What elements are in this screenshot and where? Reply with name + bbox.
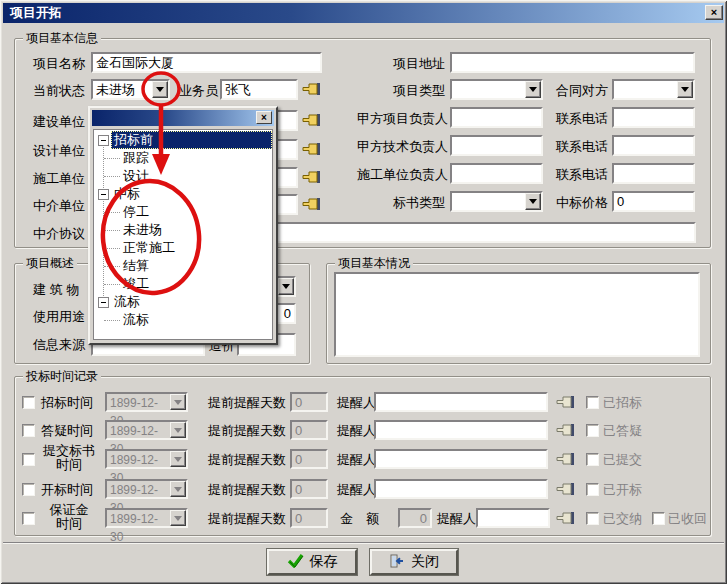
usage-label: 使用用途 <box>33 309 85 325</box>
hand-pointer-icon[interactable] <box>556 394 575 410</box>
party-a-tech-phone-input[interactable] <box>612 135 695 156</box>
hand-pointer-icon[interactable] <box>302 169 321 185</box>
current-status-dropdown-button[interactable] <box>152 81 168 98</box>
chevron-down-icon[interactable] <box>677 81 693 98</box>
done-checkbox[interactable] <box>586 396 599 409</box>
reminder-input[interactable] <box>374 449 548 469</box>
days-value: 0 <box>290 392 328 412</box>
hand-pointer-icon[interactable] <box>556 481 575 497</box>
party-a-pm-input[interactable] <box>450 107 543 128</box>
chevron-down-icon[interactable] <box>525 81 541 98</box>
tree-branch-icon <box>104 284 120 285</box>
done-checkbox[interactable] <box>586 483 599 496</box>
contract-party-combobox[interactable] <box>612 79 695 100</box>
construction-unit-label: 建设单位 <box>33 114 85 130</box>
tree-item-label: 竣工 <box>120 275 152 293</box>
collapse-icon[interactable] <box>98 189 109 200</box>
close-button-label: 关闭 <box>411 553 439 571</box>
current-status-value: 未进场 <box>96 82 135 97</box>
project-address-label: 项目地址 <box>393 56 445 72</box>
win-price-input[interactable] <box>612 191 695 212</box>
popup-close-button[interactable]: × <box>256 111 272 124</box>
builder-pm-input[interactable] <box>450 163 543 184</box>
bid-time-checkbox[interactable] <box>22 453 35 466</box>
close-icon: × <box>711 6 717 18</box>
collapse-icon[interactable] <box>98 297 109 308</box>
reminder-input[interactable] <box>374 420 548 440</box>
overview-group-title: 项目概述 <box>23 256 77 271</box>
design-unit-label: 设计单位 <box>33 143 85 159</box>
reminder-label: 提醒人 <box>337 482 376 498</box>
reminder-input[interactable] <box>374 392 548 412</box>
save-button[interactable]: 保存 <box>267 549 357 575</box>
done-checkbox[interactable] <box>586 424 599 437</box>
tree-item-settlement[interactable]: 结算 <box>94 257 272 275</box>
chevron-down-icon <box>170 422 186 438</box>
paid-checkbox[interactable] <box>586 512 599 525</box>
hand-pointer-icon[interactable] <box>556 422 575 438</box>
tree-item-won-bid[interactable]: 中标 <box>94 185 272 203</box>
refunded-checkbox[interactable] <box>652 512 665 525</box>
tree-item-label: 未进场 <box>120 221 165 239</box>
bid-row-label: 提交标书 时间 <box>41 444 97 472</box>
date-picker: 1899-12-30 <box>105 392 188 412</box>
tree-item-stopped[interactable]: 停工 <box>94 203 272 221</box>
hand-pointer-icon[interactable] <box>556 451 575 467</box>
done-checkbox[interactable] <box>586 453 599 466</box>
close-button[interactable]: 关闭 <box>370 549 458 575</box>
days-label: 提前提醒天数 <box>208 395 286 411</box>
bid-doc-type-combobox[interactable] <box>450 191 543 212</box>
collapse-icon[interactable] <box>98 135 109 146</box>
chevron-down-icon <box>170 510 186 526</box>
tree-item-label: 跟踪 <box>120 149 152 167</box>
days-label: 提前提醒天数 <box>208 511 286 527</box>
tree-branch-icon <box>104 230 120 231</box>
tree-item-design[interactable]: 设计 <box>94 167 272 185</box>
tree-item-failed-bid[interactable]: 流标 <box>94 293 272 311</box>
tree-item-label: 结算 <box>120 257 152 275</box>
hand-pointer-icon[interactable] <box>302 141 321 157</box>
builder-pm-phone-input[interactable] <box>612 163 695 184</box>
hand-pointer-icon[interactable] <box>302 196 321 212</box>
hand-pointer-icon[interactable] <box>302 112 321 128</box>
bid-time-checkbox[interactable] <box>22 396 35 409</box>
exit-door-icon <box>389 553 405 572</box>
window-close-button[interactable]: × <box>705 5 723 20</box>
reminder-input[interactable] <box>374 479 548 499</box>
hand-pointer-icon[interactable] <box>302 81 321 97</box>
builder-pm-label: 施工单位负责人 <box>357 167 448 183</box>
tree-branch-icon <box>104 176 120 177</box>
party-a-pm-phone-input[interactable] <box>612 107 695 128</box>
salesman-input[interactable] <box>220 79 298 100</box>
party-a-tech-input[interactable] <box>450 135 543 156</box>
phone-label: 联系电话 <box>556 111 608 127</box>
chevron-down-icon[interactable] <box>278 278 294 295</box>
window-titlebar[interactable]: 项目开拓 <box>3 3 724 23</box>
reminder-input[interactable] <box>476 508 550 528</box>
bid-time-checkbox[interactable] <box>22 512 35 525</box>
chevron-down-icon[interactable] <box>525 193 541 210</box>
project-address-input[interactable] <box>450 52 695 73</box>
footer-separator <box>3 542 724 544</box>
bid-time-checkbox[interactable] <box>22 424 35 437</box>
bid-row-label: 保证金 时间 <box>45 503 93 531</box>
done-label: 已开标 <box>603 482 642 498</box>
situation-textarea[interactable] <box>334 272 700 357</box>
current-status-combobox[interactable]: 未进场 <box>91 79 170 100</box>
tree-item-failed-bid-child[interactable]: 流标 <box>94 311 272 329</box>
popup-titlebar[interactable]: × <box>92 110 274 126</box>
tree-item-tracking[interactable]: 跟踪 <box>94 149 272 167</box>
tree-item-label: 流标 <box>111 293 143 311</box>
tree-item-pre-bid[interactable]: 招标前 <box>94 131 272 149</box>
tree-branch-icon <box>104 266 120 267</box>
tree-item-not-entered[interactable]: 未进场 <box>94 221 272 239</box>
bid-time-checkbox[interactable] <box>22 483 35 496</box>
hand-pointer-icon[interactable] <box>556 510 575 526</box>
tree-item-normal-construction[interactable]: 正常施工 <box>94 239 272 257</box>
project-type-combobox[interactable] <box>450 79 543 100</box>
project-name-input[interactable] <box>91 52 322 73</box>
chevron-down-icon <box>170 451 186 467</box>
tree-item-label: 正常施工 <box>120 239 178 257</box>
current-status-label: 当前状态 <box>33 83 85 99</box>
tree-item-completed[interactable]: 竣工 <box>94 275 272 293</box>
